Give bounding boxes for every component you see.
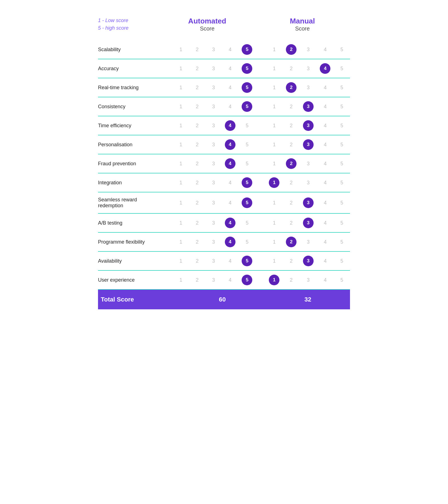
score-cell-active: 1 [266, 270, 283, 289]
row-label: Consistency [98, 97, 173, 116]
score-cell: 5 [334, 59, 350, 78]
row-label: User experience [98, 270, 173, 289]
score-cell: 2 [283, 192, 300, 213]
score-cell: 5 [334, 270, 350, 289]
score-cell: 2 [189, 59, 205, 78]
scores-table: Scalability 12345 12345 Accuracy 12345 1… [98, 40, 350, 309]
active-bubble: 5 [242, 177, 252, 188]
row-label: Accuracy [98, 59, 173, 78]
score-cell: 4 [317, 173, 334, 192]
score-cell: 3 [300, 270, 317, 289]
score-cell-active: 3 [300, 251, 317, 270]
manual-title: Manual [274, 17, 330, 25]
score-cell: 4 [222, 97, 239, 116]
score-cell: 4 [222, 173, 239, 192]
active-bubble: 2 [286, 82, 297, 93]
score-cell-active: 3 [300, 192, 317, 213]
score-cell: 3 [300, 59, 317, 78]
score-cell: 4 [317, 135, 334, 154]
score-cell: 5 [334, 232, 350, 251]
row-label: Scalability [98, 40, 173, 59]
active-bubble: 2 [286, 44, 297, 55]
total-auto-score: 60 [189, 289, 256, 309]
score-cell: 2 [283, 116, 300, 135]
row-label: Integration [98, 173, 173, 192]
row-label: Availability [98, 251, 173, 270]
score-cell: 1 [266, 97, 283, 116]
score-cell: 1 [266, 232, 283, 251]
active-bubble: 3 [303, 197, 314, 208]
separator [256, 270, 266, 289]
score-cell: 2 [283, 135, 300, 154]
legend-line1: 1 - Low score [98, 17, 160, 24]
active-bubble: 3 [303, 139, 314, 150]
active-bubble: 3 [303, 256, 314, 266]
score-cell: 3 [205, 40, 221, 59]
score-cell: 4 [222, 251, 239, 270]
score-cell: 1 [173, 40, 189, 59]
score-cell: 2 [283, 97, 300, 116]
table-row: Programme flexibility 12345 12345 [98, 232, 350, 251]
active-bubble: 5 [242, 256, 252, 266]
score-cell: 1 [173, 251, 189, 270]
score-cell: 2 [189, 192, 205, 213]
score-cell: 4 [317, 97, 334, 116]
score-cell: 2 [189, 232, 205, 251]
score-cell-active: 4 [317, 59, 334, 78]
manual-subtitle: Score [274, 25, 330, 32]
score-cell: 1 [173, 173, 189, 192]
active-bubble: 4 [225, 237, 235, 247]
score-cell: 3 [205, 78, 221, 97]
active-bubble: 3 [303, 101, 314, 112]
score-cell: 4 [317, 78, 334, 97]
score-cell: 1 [266, 251, 283, 270]
score-cell: 2 [283, 270, 300, 289]
score-cell: 3 [300, 78, 317, 97]
score-cell: 1 [173, 232, 189, 251]
table-row: Fraud prevention 12345 12345 [98, 154, 350, 173]
score-cell: 3 [300, 154, 317, 173]
table-row: Integration 12345 12345 [98, 173, 350, 192]
score-cell: 4 [317, 270, 334, 289]
automated-title: Automated [179, 17, 235, 25]
score-cell: 1 [173, 59, 189, 78]
score-cell-active: 3 [300, 135, 317, 154]
score-cell-active: 5 [239, 59, 256, 78]
table-row: Real-time tracking 12345 12345 [98, 78, 350, 97]
automated-subtitle: Score [179, 25, 235, 32]
separator [256, 251, 266, 270]
separator [256, 173, 266, 192]
active-bubble: 5 [242, 197, 252, 208]
score-cell-active: 2 [283, 78, 300, 97]
score-cell: 1 [266, 116, 283, 135]
score-cell: 4 [222, 270, 239, 289]
score-cell-active: 4 [222, 135, 239, 154]
score-cell: 5 [334, 213, 350, 232]
score-cell: 2 [189, 40, 205, 59]
score-cell: 3 [205, 251, 221, 270]
score-cell: 4 [222, 59, 239, 78]
score-cell: 1 [266, 135, 283, 154]
score-cell: 4 [317, 116, 334, 135]
active-bubble: 5 [242, 101, 252, 112]
score-cell: 1 [173, 97, 189, 116]
score-cell: 2 [189, 78, 205, 97]
score-cell: 4 [222, 192, 239, 213]
score-cell-active: 3 [300, 213, 317, 232]
separator [256, 154, 266, 173]
score-cell: 3 [205, 97, 221, 116]
active-bubble: 5 [242, 275, 252, 285]
separator [256, 289, 266, 309]
active-bubble: 4 [225, 139, 235, 150]
score-cell-active: 5 [239, 40, 256, 59]
table-row: Time efficiency 12345 12345 [98, 116, 350, 135]
score-cell: 5 [239, 232, 256, 251]
score-cell: 5 [334, 173, 350, 192]
score-cell: 5 [334, 78, 350, 97]
active-bubble: 5 [242, 44, 252, 55]
active-bubble: 5 [242, 63, 252, 74]
score-cell-active: 3 [300, 97, 317, 116]
active-bubble: 2 [286, 237, 297, 247]
score-cell: 4 [317, 192, 334, 213]
score-cell: 1 [173, 116, 189, 135]
